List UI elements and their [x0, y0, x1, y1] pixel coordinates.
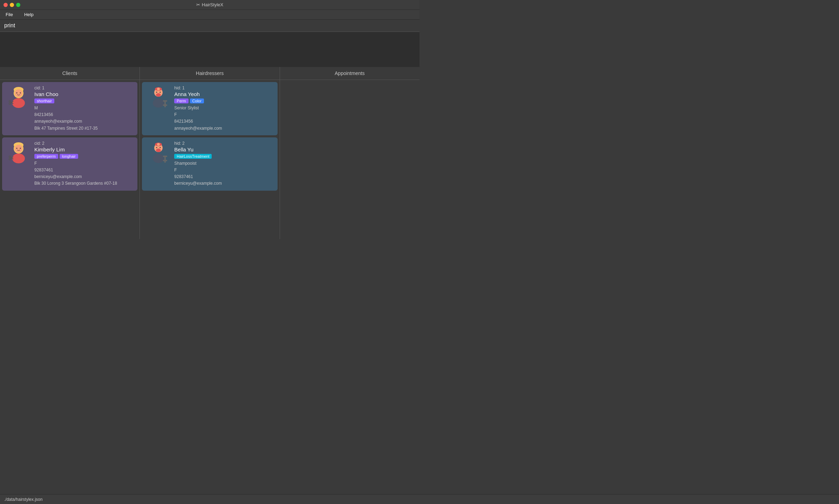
svg-point-5: [12, 98, 25, 108]
app-title: ✂ HairStyleX: [196, 2, 223, 7]
hairdressers-header: Hairdressers: [140, 67, 279, 80]
menubar: File Help: [0, 10, 420, 20]
hairdressers-column: Hairdressers: [140, 67, 280, 239]
window-controls[interactable]: [4, 3, 20, 7]
clients-column: Clients: [0, 67, 140, 239]
hairdresser-tags-1: Perm Color: [174, 98, 273, 103]
svg-rect-38: [163, 156, 167, 157]
search-input[interactable]: [4, 22, 415, 29]
svg-rect-28: [163, 100, 167, 102]
help-menu[interactable]: Help: [22, 11, 36, 18]
appointments-column: Appointments: [280, 67, 420, 239]
client-info-2: cid: 2 Kimberly Lim preferperm longhair …: [34, 141, 133, 187]
hairdresser-id-1: hid: 1: [174, 86, 273, 90]
svg-point-4: [20, 93, 21, 94]
close-button[interactable]: [4, 3, 8, 7]
svg-point-33: [156, 147, 157, 148]
hairdresser-name-2: Bella Yu: [174, 147, 273, 152]
hairdresser-avatar-2: [146, 141, 171, 165]
hairdresser-id-2: hid: 2: [174, 141, 273, 146]
svg-point-2: [15, 89, 22, 97]
hairdresser-card-1[interactable]: hid: 1 Anna Yeoh Perm Color Senior Styli…: [142, 82, 277, 135]
titlebar: ✂ HairStyleX: [0, 0, 420, 10]
hairdresser-details-1: Senior StylistF84213456annayeoh@example.…: [174, 105, 273, 132]
client-name-1: Ivan Choo: [34, 91, 133, 97]
client-name-2: Kimberly Lim: [34, 147, 133, 152]
svg-point-3: [16, 93, 18, 94]
appointments-header: Appointments: [280, 67, 420, 80]
client-id-2: cid: 2: [34, 141, 133, 146]
client-avatar-1: [6, 86, 31, 110]
dark-area: [0, 32, 420, 67]
client-avatar-2: [6, 141, 31, 165]
client-id-1: cid: 1: [34, 86, 133, 90]
hairdresser-info-2: hid: 2 Bella Yu HairLossTreatment Shampo…: [174, 141, 273, 187]
svg-point-26: [153, 98, 164, 108]
client-details-2: F92837461berniceyu@example.comBlk 30 Lor…: [34, 160, 133, 187]
svg-point-24: [160, 92, 161, 93]
client-card-1[interactable]: cid: 1 Ivan Choo shorthair M84213456anna…: [2, 82, 137, 135]
svg-point-14: [20, 148, 21, 149]
tag-perm: Perm: [174, 98, 188, 103]
svg-point-25: [156, 93, 161, 97]
searchbar: [0, 20, 420, 32]
content-area: Clients: [0, 67, 420, 239]
scissors-icon: ✂: [196, 2, 200, 7]
tag-shorthair: shorthair: [34, 98, 54, 103]
svg-point-32: [157, 143, 160, 146]
svg-rect-39: [163, 160, 167, 161]
tag-longhair: longhair: [60, 154, 78, 159]
hairdresser-card-2[interactable]: hid: 2 Bella Yu HairLossTreatment Shampo…: [142, 137, 277, 191]
svg-point-36: [153, 154, 164, 163]
tag-color: Color: [190, 98, 204, 103]
hairdresser-name-1: Anna Yeoh: [174, 91, 273, 97]
svg-point-23: [156, 92, 157, 93]
hairdresser-tags-2: HairLossTreatment: [174, 154, 273, 159]
tag-hairlosstreatment: HairLossTreatment: [174, 154, 212, 159]
file-menu[interactable]: File: [4, 11, 15, 18]
clients-header: Clients: [0, 67, 139, 80]
client-details-1: M84213456annayeoh@example.comBlk 47 Tamp…: [34, 105, 133, 132]
svg-point-22: [157, 88, 160, 90]
client-info-1: cid: 1 Ivan Choo shorthair M84213456anna…: [34, 86, 133, 132]
maximize-button[interactable]: [16, 3, 20, 7]
client-tags-2: preferperm longhair: [34, 154, 133, 159]
minimize-button[interactable]: [10, 3, 14, 7]
hairdresser-details-2: ShampooistF92837461berniceyu@example.com: [174, 160, 273, 187]
svg-rect-29: [163, 104, 167, 106]
svg-point-34: [160, 147, 161, 148]
svg-point-15: [12, 154, 25, 163]
client-tags-1: shorthair: [34, 98, 133, 103]
hairdresser-avatar-1: [146, 86, 171, 110]
tag-preferperm: preferperm: [34, 154, 58, 159]
svg-point-35: [156, 149, 161, 152]
svg-point-13: [16, 148, 18, 149]
client-card-2[interactable]: cid: 2 Kimberly Lim preferperm longhair …: [2, 137, 137, 191]
hairdresser-info-1: hid: 1 Anna Yeoh Perm Color Senior Styli…: [174, 86, 273, 132]
svg-point-12: [15, 145, 22, 152]
